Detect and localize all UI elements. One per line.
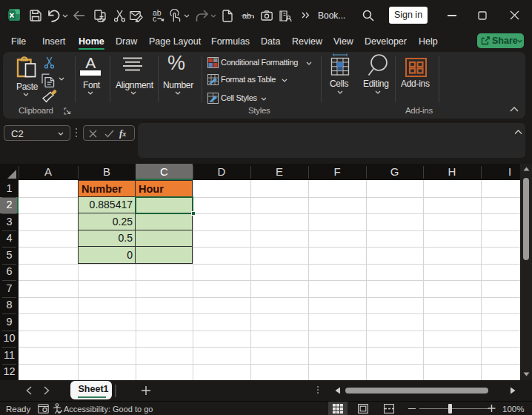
svg-text:c: c <box>153 14 156 22</box>
